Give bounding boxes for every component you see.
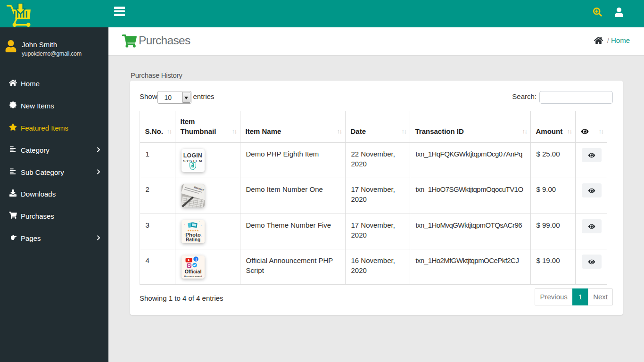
svg-text:Photo: Photo	[185, 231, 201, 237]
svg-text:Announcement: Announcement	[184, 274, 202, 277]
svg-text:Official: Official	[184, 268, 201, 274]
svg-text:Rating: Rating	[185, 237, 200, 242]
